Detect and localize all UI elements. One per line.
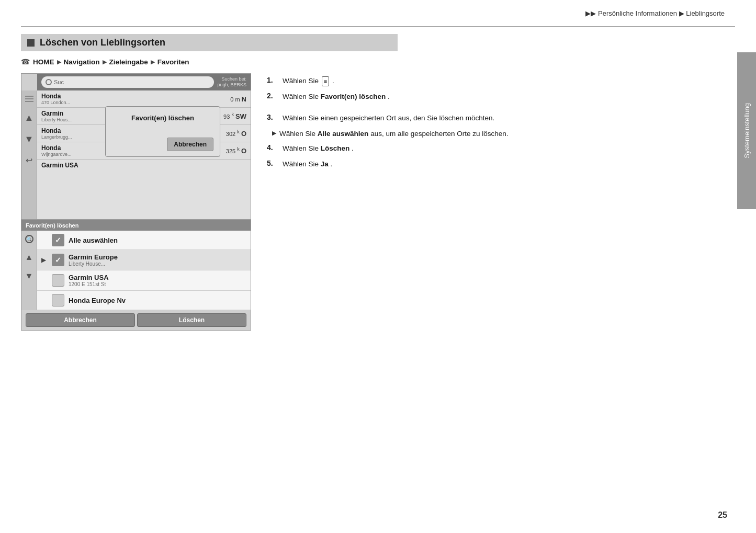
bc-favoriten: Favoriten [157, 58, 189, 66]
step-5-bold: Ja [321, 160, 329, 168]
device-header: Suc Suchen bei: pugh, BERKS [37, 74, 251, 90]
bc-arrow-3: ▶ [151, 59, 155, 65]
bc-navigation: Navigation [64, 58, 100, 66]
sidebar-tab: Systemeinstellung [737, 52, 756, 209]
checkbox-alle[interactable] [52, 234, 64, 246]
main-content: Löschen von Lieblingsorten ☎ HOME ▶ Navi… [21, 34, 714, 331]
right-column: 1. Wählen Sie ≡ . 2. Wählen Sie Favorit(… [267, 73, 714, 331]
step-1-text-after: . [332, 77, 334, 85]
down-arrow-icon: ▼ [25, 134, 34, 145]
device-item-1: Honda 470 London... 0 m N [37, 90, 251, 108]
section-title: Löschen von Lieblingsorten [40, 37, 165, 48]
section-icon [27, 39, 35, 47]
dialog-box: Favorit(en) löschen Abbrechen [105, 106, 220, 157]
checkbox-garmin-europe[interactable] [52, 254, 64, 266]
page-number: 25 [718, 511, 727, 520]
screenshot2-header: Favorit(en) löschen [21, 220, 251, 231]
device-nav-col: ▲ ▼ ↩ [21, 90, 37, 220]
dialog-title: Favorit(en) löschen [112, 114, 213, 122]
menu-lines-icon [25, 96, 33, 102]
s2-search-icon: 🔍 [25, 235, 33, 243]
s2-nav-arrow-1: ▶ [41, 256, 52, 264]
garmin-usa-name: Garmin USA [69, 274, 109, 281]
s2-up-icon: ▲ [25, 253, 33, 262]
step-2-text-before: Wählen Sie [283, 93, 319, 100]
nav-breadcrumb: ☎ HOME ▶ Navigation ▶ Zieleingabe ▶ Favo… [21, 58, 714, 66]
step-1-icon: ≡ [322, 76, 329, 86]
suchen-info: Suchen bei: pugh, BERKS [217, 76, 246, 88]
left-column: ▲ ▼ ↩ Suc Suchen bei: pugh, BERKS [21, 73, 251, 331]
bc-zieleingabe: Zieleingabe [109, 58, 148, 66]
step-5: 5. Wählen Sie Ja . [267, 159, 714, 169]
step-1: 1. Wählen Sie ≡ . [267, 76, 714, 86]
bc-arrow-2: ▶ [103, 59, 107, 65]
step-4-num: 4. [267, 143, 283, 152]
sub-step-after: aus, um alle gespeicherten Orte zu lösch… [370, 130, 508, 138]
sub-step-before: Wählen Sie [279, 130, 315, 138]
checkbox-honda[interactable] [52, 294, 64, 307]
breadcrumb: ▶▶ Persönliche Informationen ▶ Lieblings… [585, 9, 725, 17]
step-1-text-before: Wählen Sie [283, 77, 319, 85]
step-5-text: Wählen Sie Ja . [283, 159, 332, 169]
s2-nav-col: 🔍 ▲ ▼ [21, 231, 37, 310]
step-5-num: 5. [267, 159, 283, 167]
step-3-text: Wählen Sie einen gespeicherten Ort aus, … [283, 113, 494, 123]
search-text: Suc [54, 79, 64, 85]
s2-down-icon: ▼ [25, 271, 33, 281]
sub-step-bold: Alle auswählen [318, 130, 369, 138]
s2-label-garmin-europe: Garmin Europe Liberty House... [69, 253, 118, 267]
step-2-num: 2. [267, 92, 283, 100]
step-1-num: 1. [267, 76, 283, 84]
s2-label-garmin-usa: Garmin USA 1200 E 151st St [69, 274, 109, 287]
search-icon [46, 79, 52, 85]
screenshot-1: ▲ ▼ ↩ Suc Suchen bei: pugh, BERKS [21, 73, 251, 220]
device-item-5: Garmin USA [37, 160, 251, 171]
step-5-text-after: . [331, 160, 333, 168]
search-bar: Suc [41, 76, 214, 88]
s2-items-col: Alle auswählen ▶ Garmin Europe L [37, 231, 251, 310]
garmin-usa-sub: 1200 E 151st St [69, 281, 109, 287]
step-5-text-before: Wählen Sie [283, 160, 319, 168]
device-list: Honda 470 London... 0 m N Garmin Liberty… [37, 90, 251, 219]
step-3-main-text: Wählen Sie einen gespeicherten Ort aus, … [283, 114, 494, 122]
sub-step-arrow: ▶ [272, 130, 276, 137]
s2-item-alle[interactable]: Alle auswählen [37, 231, 251, 250]
garmin-europe-name: Garmin Europe [69, 253, 118, 261]
s2-label-alle: Alle auswählen [69, 236, 118, 244]
sub-step-text: Wählen Sie Alle auswählen aus, um alle g… [279, 129, 509, 139]
header-divider [21, 26, 735, 27]
step-1-text: Wählen Sie ≡ . [283, 76, 334, 86]
step-4-text-before: Wählen Sie [283, 144, 319, 152]
dialog-footer: Abbrechen [112, 138, 213, 151]
step-2-text: Wählen Sie Favorit(en) löschen . [283, 92, 390, 102]
section-heading: Löschen von Lieblingsorten [21, 34, 398, 51]
up-arrow-icon: ▲ [25, 112, 34, 123]
s2-cancel-button[interactable]: Abbrechen [26, 313, 135, 327]
step-3: 3. Wählen Sie einen gespeicherten Ort au… [267, 113, 714, 123]
instructions-block-1: 1. Wählen Sie ≡ . 2. Wählen Sie Favorit(… [267, 76, 714, 103]
instructions-block-2: 3. Wählen Sie einen gespeicherten Ort au… [267, 113, 714, 170]
suchen-sub: pugh, BERKS [217, 82, 246, 88]
checkbox-garmin-usa[interactable] [52, 274, 64, 287]
s2-item-garmin-usa[interactable]: Garmin USA 1200 E 151st St [37, 270, 251, 291]
two-col-layout: ▲ ▼ ↩ Suc Suchen bei: pugh, BERKS [21, 73, 714, 331]
s2-item-honda[interactable]: Honda Europe Nv [37, 291, 251, 310]
sidebar-label-text: Systemeinstellung [743, 103, 751, 158]
step-4-bold: Löschen [321, 144, 350, 152]
s2-delete-button[interactable]: Löschen [137, 313, 246, 327]
step-2-bold: Favorit(en) löschen [321, 93, 386, 100]
s2-layout: 🔍 ▲ ▼ Alle auswählen [21, 231, 251, 310]
bc-home: HOME [33, 58, 54, 66]
garmin-europe-sub: Liberty House... [69, 261, 118, 267]
return-arrow-icon: ↩ [26, 155, 32, 165]
alle-text: Alle auswählen [69, 236, 118, 244]
honda-name: Honda Europe Nv [69, 297, 126, 304]
step-2: 2. Wählen Sie Favorit(en) löschen . [267, 92, 714, 102]
s2-label-honda: Honda Europe Nv [69, 297, 126, 304]
s2-item-garmin-europe[interactable]: ▶ Garmin Europe Liberty House... [37, 250, 251, 270]
step-3-num: 3. [267, 113, 283, 121]
dialog-cancel-button[interactable]: Abbrechen [167, 138, 213, 151]
screenshot-2: Favorit(en) löschen 🔍 ▲ ▼ [21, 220, 251, 331]
bc-arrow-1: ▶ [57, 59, 61, 65]
step-4: 4. Wählen Sie Löschen . [267, 143, 714, 154]
